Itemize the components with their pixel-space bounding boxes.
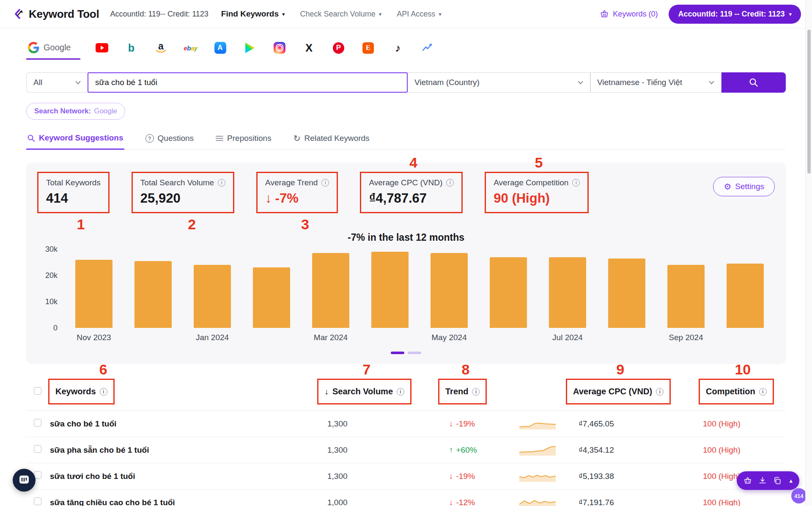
chart-page-dot-1[interactable] — [391, 352, 404, 354]
platform-tab-tiktok[interactable]: ♪ — [392, 41, 404, 54]
platform-tabs: Google b a ebay A — [26, 39, 786, 60]
info-icon[interactable]: i — [446, 179, 454, 187]
platform-tab-ebay[interactable]: ebay — [184, 41, 197, 54]
search-network-badge[interactable]: Search Network: Google — [26, 103, 125, 120]
info-icon[interactable]: i — [397, 388, 404, 396]
category-select[interactable]: All — [26, 72, 88, 93]
platform-tab-bing[interactable]: b — [125, 41, 138, 54]
table-row: sữa cho bé 1 tuổi 1,300 ↓ -19% ₫7,465.05… — [26, 411, 786, 437]
gear-icon: ⚙ — [724, 182, 731, 191]
info-icon[interactable]: i — [321, 179, 329, 187]
chevron-down-icon: ▾ — [789, 11, 792, 17]
search-button[interactable] — [721, 72, 786, 93]
platform-tab-trends[interactable] — [421, 41, 434, 54]
info-icon[interactable]: i — [572, 179, 580, 187]
chart-bar-oct-2024 — [716, 249, 775, 328]
trend-cell: ↓ -19% — [419, 472, 499, 481]
chart-page-dot-2[interactable] — [408, 352, 421, 354]
y-tick: 0 — [53, 324, 58, 333]
search-volume-cell: 1,000 — [304, 498, 419, 506]
row-checkbox[interactable] — [34, 445, 41, 453]
keyword-cell[interactable]: sữa cho bé 1 tuổi — [48, 419, 304, 429]
platform-tab-pinterest[interactable]: P — [332, 41, 345, 54]
account-info-text: AccountId: 119-- Credit: 1123 — [110, 10, 208, 19]
search-volume-column-header[interactable]: 7 ↓ Search Volume i — [317, 379, 411, 404]
search-icon — [27, 134, 35, 142]
platform-tab-etsy[interactable]: E — [362, 41, 375, 54]
select-all-checkbox[interactable] — [34, 387, 41, 395]
chart-y-axis: 30k 20k 10k 0 — [37, 249, 64, 328]
info-icon[interactable]: i — [759, 388, 767, 396]
platform-tab-app-store[interactable]: A — [214, 41, 227, 54]
competition-column-header[interactable]: 10 Competition i — [699, 379, 774, 404]
platform-tab-youtube[interactable] — [96, 41, 108, 54]
download-icon[interactable] — [758, 476, 767, 485]
chart-bar-may-2024 — [420, 249, 479, 328]
stat-average-cpc: 4 Average CPC (VND) i ₫4,787.67 — [360, 172, 463, 213]
info-icon[interactable]: i — [472, 388, 480, 396]
chart-bar-jun-2024 — [479, 249, 538, 328]
account-credit-button[interactable]: AccountId: 119 -- Credit: 1123 ▾ — [669, 5, 801, 24]
stat-total-search-volume-label: Total Search Volume — [140, 178, 214, 187]
chevron-down-icon — [709, 81, 714, 85]
country-select[interactable]: Vietnam (Country) — [408, 72, 590, 93]
menu-check-search-volume[interactable]: Check Search Volume ▾ — [300, 10, 382, 19]
keywords-table: 6 Keywords i 7 ↓ Search Volume i 8 Trend… — [26, 372, 786, 506]
info-icon[interactable]: i — [218, 179, 225, 187]
tab-related-keywords[interactable]: ↻ Related Keywords — [293, 130, 370, 149]
trends-icon — [422, 42, 433, 53]
platform-tab-instagram[interactable] — [273, 41, 286, 54]
tab-questions[interactable]: ? Questions — [145, 130, 195, 149]
annotation-2: 2 — [188, 217, 196, 231]
sort-descending-icon[interactable]: ↓ — [324, 387, 329, 396]
search-volume-cell: 1,300 — [304, 419, 419, 429]
trend-column-header[interactable]: 8 Trend i — [438, 379, 487, 404]
copy-icon[interactable] — [773, 476, 782, 485]
settings-button[interactable]: ⚙ Settings — [713, 177, 775, 196]
x-axis-label: Mar 2024 — [301, 333, 360, 342]
chart-bar-aug-2024 — [597, 249, 656, 328]
page-scrollbar[interactable] — [805, 0, 812, 506]
trend-cell: ↑ +60% — [419, 446, 499, 455]
tab-keyword-suggestions[interactable]: Keyword Suggestions — [26, 130, 124, 150]
app-store-icon: A — [214, 42, 226, 54]
basket-icon[interactable] — [743, 476, 752, 485]
app-logo[interactable]: Keyword Tool — [13, 8, 99, 21]
keyword-cell[interactable]: sữa tăng chiều cao cho bé 1 tuổi — [48, 498, 304, 506]
keywords-basket-button[interactable]: Keywords (0) — [600, 9, 658, 19]
keywords-column-header[interactable]: 6 Keywords i — [48, 379, 115, 404]
platform-tab-google-label: Google — [44, 43, 71, 52]
table-row: sữa tăng chiều cao cho bé 1 tuổi 1,000 ↓… — [26, 490, 786, 506]
info-icon[interactable]: i — [100, 388, 107, 396]
competition-header-label: Competition — [706, 387, 755, 396]
x-axis-label: Jul 2024 — [538, 333, 597, 342]
platform-tab-google[interactable]: Google — [26, 40, 80, 60]
ebay-icon: ebay — [184, 44, 197, 52]
platform-tab-amazon[interactable]: a — [155, 41, 167, 54]
menu-find-keywords[interactable]: Find Keywords ▾ — [221, 9, 285, 19]
tab-prepositions[interactable]: Prepositions — [215, 130, 272, 149]
platform-tab-google-play[interactable] — [244, 41, 256, 54]
menu-api-access[interactable]: API Access ▾ — [397, 10, 442, 19]
chat-launcher-button[interactable] — [13, 469, 36, 492]
platform-tab-x-twitter[interactable]: X — [303, 41, 315, 54]
language-select[interactable]: Vietnamese - Tiếng Việt — [590, 72, 721, 93]
stat-total-keywords-value: 414 — [46, 191, 101, 206]
scrollbar-thumb[interactable] — [807, 30, 811, 173]
search-input[interactable] — [88, 72, 408, 93]
language-select-value: Vietnamese - Tiếng Việt — [597, 78, 682, 87]
chart-bar-mar-2024 — [301, 249, 360, 328]
table-row: sữa tươi cho bé 1 tuổi 1,300 ↓ -19% ₫5,1… — [26, 463, 786, 490]
annotation-9: 9 — [616, 362, 624, 377]
row-checkbox[interactable] — [34, 419, 41, 426]
keywords-count-badge[interactable]: 414 — [791, 488, 807, 503]
cpc-column-header[interactable]: 9 Average CPC (VND) i — [566, 379, 671, 404]
keyword-cell[interactable]: sữa tươi cho bé 1 tuổi — [48, 472, 304, 481]
row-checkbox[interactable] — [34, 498, 41, 505]
account-credit-label: AccountId: 119 -- Credit: 1123 — [678, 10, 785, 19]
info-icon[interactable]: i — [656, 388, 664, 396]
collapse-toolbar-icon[interactable]: ▴ — [788, 477, 793, 484]
keyword-cell[interactable]: sữa pha sẵn cho bé 1 tuổi — [48, 446, 304, 455]
annotation-3: 3 — [301, 217, 309, 231]
search-volume-header-label: Search Volume — [332, 387, 393, 396]
